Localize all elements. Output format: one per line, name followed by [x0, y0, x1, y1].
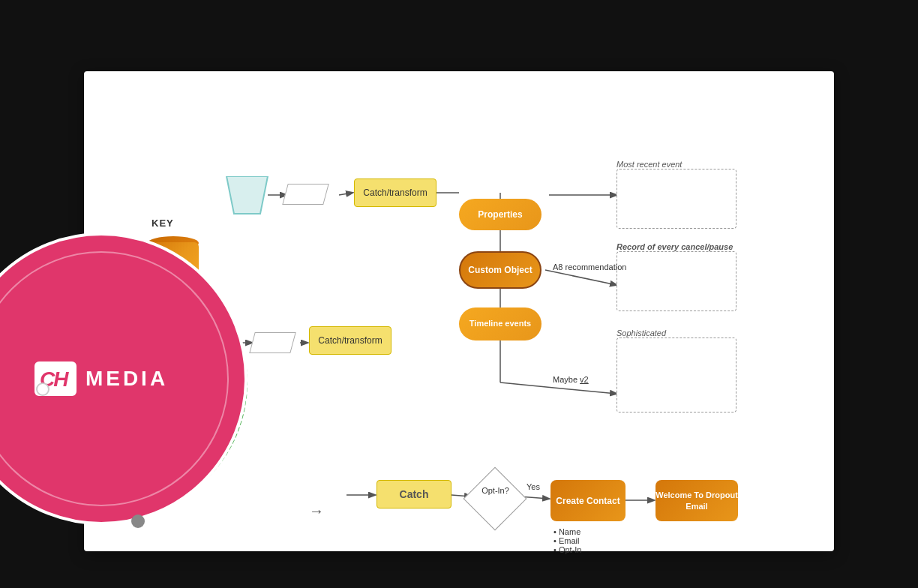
create-contact-box: Create Contact — [550, 480, 626, 521]
catch-transform-top: Catch/transform — [354, 178, 436, 207]
pink-circle-inner: CH MEDIA — [0, 251, 229, 506]
label-most-recent: Most recent event — [616, 160, 682, 169]
circle-dot-bottom — [131, 514, 145, 528]
svg-line-9 — [500, 382, 616, 394]
opt-in-label: Opt-In? — [471, 486, 520, 495]
welcome-email-box: Welcome To Dropout Email — [656, 480, 738, 521]
box-most-recent — [616, 169, 736, 229]
catch-transform-mid: Catch/transform — [309, 326, 392, 355]
contact-fields-list: • Name • Email • Opt-In — [554, 527, 581, 554]
circle-dot-left — [36, 382, 50, 396]
funnel-top-svg — [223, 176, 272, 218]
box-sophisticated: – — [616, 338, 736, 412]
para-top — [282, 184, 329, 205]
maybe-v2-label: Maybe v2 — [553, 375, 589, 384]
svg-line-7 — [545, 270, 616, 285]
field-email: • Email — [554, 536, 581, 545]
media-label: MEDIA — [86, 367, 168, 391]
para-mid — [249, 332, 296, 353]
label-sophisticated: Sophisticated — [616, 328, 666, 338]
funnel-top — [223, 176, 272, 220]
box-record — [616, 251, 736, 311]
custom-object-oval: Custom Object — [459, 251, 542, 289]
opt-in-diamond — [464, 467, 527, 531]
key-label: KEY — [152, 218, 174, 229]
field-optin: • Opt-In — [554, 545, 581, 554]
flow-arrow-bottom: → — [309, 502, 324, 520]
logo-area: CH MEDIA — [34, 362, 168, 396]
field-name: • Name — [554, 527, 581, 536]
properties-oval: Properties — [459, 199, 542, 230]
svg-line-1 — [339, 193, 352, 195]
label-record: Record of every cancel/pause — [616, 242, 733, 251]
yes-label: Yes — [526, 482, 540, 491]
timeline-events-oval: Timeline events — [459, 308, 542, 340]
catch-bottom: Catch — [376, 480, 452, 508]
a8-recommendation-label: A8 recommendation — [553, 262, 626, 272]
